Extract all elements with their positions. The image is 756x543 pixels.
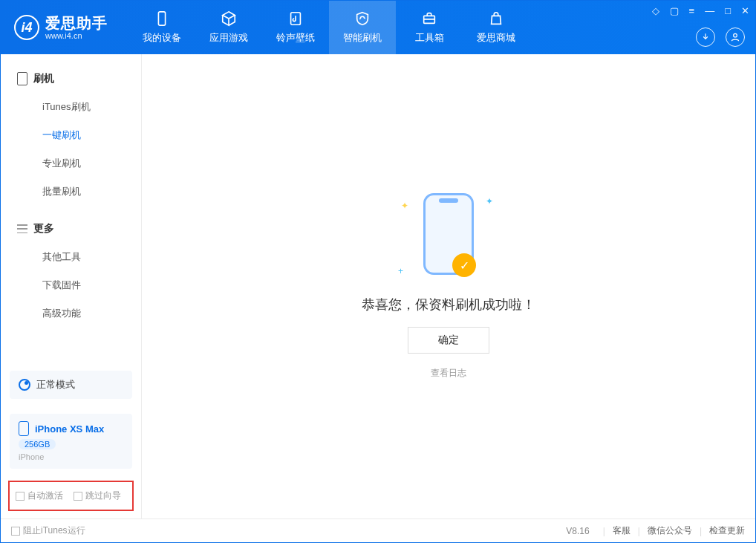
- device-name: iPhone XS Max: [35, 423, 104, 435]
- device-icon: [17, 72, 27, 85]
- separator: |: [700, 526, 702, 536]
- logo-icon: i4: [14, 15, 39, 40]
- sidebar-item-oneclick-flash[interactable]: 一键刷机: [1, 121, 141, 149]
- phone-icon: [19, 421, 29, 436]
- refresh-shield-icon: [354, 10, 371, 27]
- group-title: 更多: [33, 222, 54, 235]
- app-logo: i4 爱思助手 www.i4.cn: [1, 15, 121, 40]
- sidebar-item-batch-flash[interactable]: 批量刷机: [1, 178, 141, 206]
- checkbox-icon: [11, 527, 20, 536]
- sidebar-group-flash: 刷机: [1, 68, 141, 93]
- phone-illustration: ✓: [423, 193, 474, 275]
- lock-icon[interactable]: ▢: [670, 5, 679, 16]
- footer-link-support[interactable]: 客服: [613, 524, 630, 537]
- checkbox-block-itunes[interactable]: 阻止iTunes运行: [11, 524, 85, 537]
- nav-flash[interactable]: 智能刷机: [329, 1, 396, 54]
- nav-ringtones[interactable]: 铃声壁纸: [262, 1, 329, 54]
- nav-toolbox[interactable]: 工具箱: [396, 1, 463, 54]
- options-highlight-box: 自动激活 跳过向导: [8, 481, 134, 511]
- separator: |: [638, 526, 640, 536]
- check-badge-icon: ✓: [452, 253, 476, 277]
- footer-link-update[interactable]: 检查更新: [709, 524, 745, 537]
- sidebar-item-other-tools[interactable]: 其他工具: [1, 243, 141, 271]
- main-nav: 我的设备 应用游戏 铃声壁纸 智能刷机 工具箱 爱思商城: [128, 1, 529, 54]
- mode-box[interactable]: 正常模式: [10, 371, 132, 399]
- toolbox-icon: [421, 10, 437, 27]
- list-icon: [17, 224, 27, 233]
- svg-point-3: [734, 33, 737, 37]
- separator: |: [603, 526, 605, 536]
- mode-label: 正常模式: [36, 378, 75, 391]
- footer-link-wechat[interactable]: 微信公众号: [648, 524, 692, 537]
- app-window: i4 爱思助手 www.i4.cn 我的设备 应用游戏 铃声壁纸 智能刷机: [0, 0, 756, 543]
- nav-label: 爱思商城: [477, 31, 515, 45]
- svg-rect-0: [158, 12, 165, 25]
- nav-label: 工具箱: [415, 31, 444, 45]
- close-button[interactable]: ✕: [741, 5, 749, 16]
- checkbox-label: 自动激活: [27, 490, 63, 502]
- nav-label: 铃声壁纸: [276, 31, 315, 45]
- checkbox-icon: [74, 492, 82, 501]
- version-label: V8.16: [566, 526, 589, 536]
- sidebar-item-pro-flash[interactable]: 专业刷机: [1, 149, 141, 178]
- view-log-link[interactable]: 查看日志: [431, 367, 466, 380]
- app-title: 爱思助手: [45, 15, 108, 31]
- user-button[interactable]: [726, 27, 745, 47]
- checkbox-label: 阻止iTunes运行: [23, 524, 85, 537]
- success-message: 恭喜您，保资料刷机成功啦！: [362, 296, 535, 313]
- nav-apps[interactable]: 应用游戏: [195, 1, 262, 54]
- bag-icon: [488, 10, 504, 27]
- header: i4 爱思助手 www.i4.cn 我的设备 应用游戏 铃声壁纸 智能刷机: [1, 1, 755, 54]
- device-capacity: 256GB: [19, 439, 56, 449]
- success-illustration: ✦ ✦ + ✓: [411, 193, 486, 282]
- minimize-button[interactable]: —: [705, 5, 714, 16]
- device-info-box[interactable]: iPhone XS Max 256GB iPhone: [10, 414, 132, 469]
- checkbox-auto-activate[interactable]: 自动激活: [16, 490, 63, 502]
- phone-icon: [154, 10, 170, 27]
- sparkle-icon: ✦: [486, 196, 493, 207]
- main-content: ✦ ✦ + ✓ 恭喜您，保资料刷机成功啦！ 确定 查看日志: [142, 54, 755, 518]
- user-icon: [730, 32, 740, 42]
- sidebar-group-more: 更多: [1, 218, 141, 243]
- nav-my-device[interactable]: 我的设备: [128, 1, 195, 54]
- shirt-icon[interactable]: ◇: [652, 5, 659, 16]
- sidebar-item-download-firmware[interactable]: 下载固件: [1, 271, 141, 299]
- checkbox-skip-guide[interactable]: 跳过向导: [74, 490, 121, 502]
- checkbox-icon: [16, 492, 25, 501]
- app-subtitle: www.i4.cn: [45, 31, 108, 40]
- group-title: 刷机: [33, 72, 54, 85]
- nav-label: 应用游戏: [209, 31, 248, 45]
- sparkle-icon: +: [398, 266, 403, 276]
- mode-icon: [19, 379, 30, 391]
- menu-icon[interactable]: ≡: [689, 5, 695, 16]
- sidebar: 刷机 iTunes刷机 一键刷机 专业刷机 批量刷机 更多 其他工具 下载固件 …: [1, 54, 142, 518]
- window-controls: ◇ ▢ ≡ — □ ✕: [652, 5, 749, 16]
- sparkle-icon: ✦: [401, 201, 408, 211]
- confirm-button[interactable]: 确定: [408, 327, 489, 354]
- header-actions: [696, 27, 745, 47]
- sidebar-item-itunes-flash[interactable]: iTunes刷机: [1, 93, 141, 121]
- download-icon: [700, 32, 711, 42]
- device-type: iPhone: [19, 452, 44, 461]
- checkbox-label: 跳过向导: [85, 490, 121, 502]
- cube-icon: [221, 10, 237, 27]
- maximize-button[interactable]: □: [725, 5, 731, 16]
- nav-label: 我的设备: [143, 31, 181, 45]
- footer: 阻止iTunes运行 V8.16 | 客服 | 微信公众号 | 检查更新: [1, 518, 755, 542]
- nav-store[interactable]: 爱思商城: [463, 1, 529, 54]
- body: 刷机 iTunes刷机 一键刷机 专业刷机 批量刷机 更多 其他工具 下载固件 …: [1, 54, 755, 518]
- nav-label: 智能刷机: [343, 31, 382, 45]
- music-file-icon: [287, 10, 304, 27]
- sidebar-item-advanced[interactable]: 高级功能: [1, 299, 141, 328]
- download-button[interactable]: [696, 27, 715, 47]
